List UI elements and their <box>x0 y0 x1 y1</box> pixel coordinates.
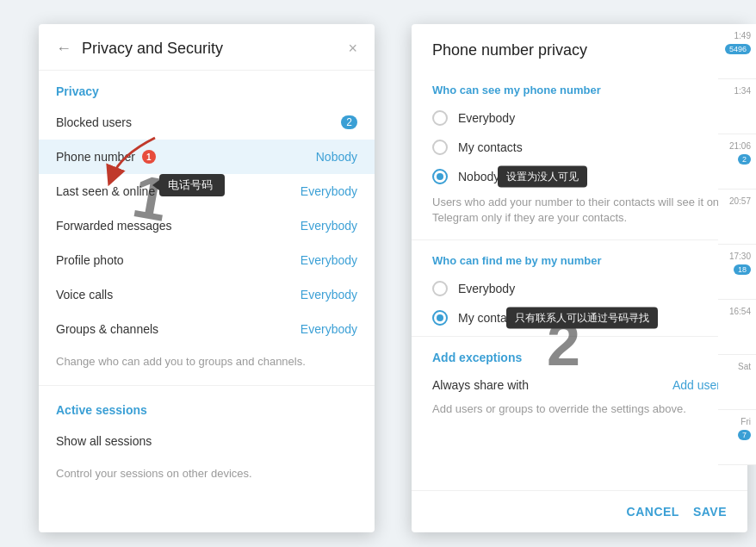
save-button[interactable]: SAVE <box>693 505 727 519</box>
voice-calls-value: Everybody <box>301 288 357 301</box>
privacy-security-window: ← Privacy and Security × Privacy Blocked… <box>39 24 375 532</box>
section2-title: Who can find me by my number <box>412 244 747 274</box>
radio-nobody-label: Nobody <box>458 170 499 183</box>
annotation-bubble-nobody: 设置为没人可见 <box>498 166 587 188</box>
phone-number-privacy-dialog: Phone number privacy Who can see my phon… <box>412 24 747 532</box>
always-share-label: Always share with <box>432 378 529 392</box>
radio-find-everybody-label: Everybody <box>458 282 515 295</box>
divider-1 <box>39 385 375 386</box>
right-chat-preview: 1:49 5496 1:34 21:06 2 20:57 17:30 18 16… <box>718 24 756 465</box>
back-button[interactable]: ← <box>56 40 71 58</box>
radio-everybody-phone[interactable]: Everybody <box>412 103 747 133</box>
radio-everybody-label: Everybody <box>458 111 515 125</box>
privacy-footer: Change who can add you to groups and cha… <box>39 346 375 382</box>
radio-circle-nobody <box>432 169 448 184</box>
profile-photo-item[interactable]: Profile photo Everybody <box>39 243 375 277</box>
show-all-sessions-item[interactable]: Show all sessions <box>39 424 375 458</box>
window-titlebar: ← Privacy and Security × <box>39 24 375 71</box>
radio-contacts-label: My contacts <box>458 140 523 154</box>
privacy-section-header: Privacy <box>39 71 375 105</box>
exceptions-info: Add users or groups to override the sett… <box>412 399 747 422</box>
window-title: Privacy and Security <box>82 40 223 58</box>
profile-photo-value: Everybody <box>301 253 357 267</box>
groups-channels-item[interactable]: Groups & channels Everybody <box>39 312 375 346</box>
phone-info-text: Users who add your number to their conta… <box>412 191 747 236</box>
radio-find-contacts-circle <box>432 310 448 326</box>
close-button[interactable]: × <box>348 40 357 58</box>
profile-photo-label: Profile photo <box>56 253 124 267</box>
forwarded-messages-value: Everybody <box>301 219 357 233</box>
annotation-1-text: 电话号码 <box>168 177 213 193</box>
active-sessions-header: Active sessions <box>39 389 375 424</box>
groups-channels-value: Everybody <box>301 322 357 336</box>
dialog-footer: CANCEL SAVE <box>412 490 747 532</box>
show-all-sessions-label: Show all sessions <box>56 434 152 448</box>
phone-number-value: Nobody <box>316 150 357 164</box>
radio-find-everybody-circle <box>432 281 448 296</box>
radio-my-contacts-find[interactable]: My contacts 2 只有联系人可以通过号码寻找 <box>412 303 747 333</box>
dialog-header: Phone number privacy <box>412 24 747 73</box>
cancel-button[interactable]: CANCEL <box>627 505 679 519</box>
radio-nobody-phone[interactable]: Nobody 1 设置为没人可见 <box>412 162 747 191</box>
blocked-users-badge: 2 <box>341 115 357 129</box>
section1-title: Who can see my phone number <box>412 73 747 103</box>
radio-my-contacts-phone[interactable]: My contacts <box>412 133 747 162</box>
phone-number-item[interactable]: Phone number 1 Nobody <box>39 140 375 174</box>
blocked-users-item[interactable]: Blocked users 2 <box>39 105 375 140</box>
dialog-divider-1 <box>412 239 747 240</box>
forwarded-messages-item[interactable]: Forwarded messages Everybody <box>39 208 375 243</box>
radio-circle-everybody <box>432 110 448 126</box>
privacy-content: Privacy Blocked users 2 Phone number 1 N… <box>39 71 375 532</box>
groups-channels-label: Groups & channels <box>56 322 158 336</box>
last-seen-value: Everybody <box>301 184 357 198</box>
dialog-title: Phone number privacy <box>432 41 727 59</box>
voice-calls-label: Voice calls <box>56 288 113 301</box>
radio-circle-contacts <box>432 140 448 155</box>
window-container: ← Privacy and Security × Privacy Blocked… <box>0 0 756 547</box>
radio-everybody-find[interactable]: Everybody <box>412 274 747 303</box>
annotation-bubble-1: 电话号码 <box>159 174 225 196</box>
voice-calls-item[interactable]: Voice calls Everybody <box>39 277 375 312</box>
annotation-bubble-find: 只有联系人可以通过号码寻找 <box>506 308 658 329</box>
sessions-footer: Control your sessions on other devices. <box>39 458 375 494</box>
